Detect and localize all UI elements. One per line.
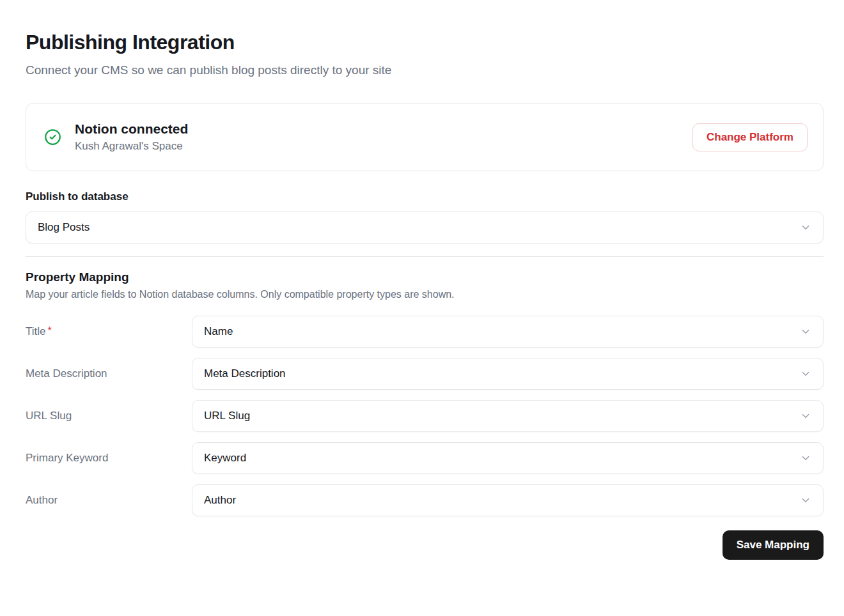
mapping-row: Meta Description* Meta Description xyxy=(26,358,824,390)
field-label: Title xyxy=(26,325,46,337)
database-select[interactable]: Blog Posts xyxy=(26,212,824,243)
property-mapping-heading: Property Mapping xyxy=(26,270,824,284)
mapped-property-value: URL Slug xyxy=(204,410,250,422)
property-select[interactable]: Name xyxy=(192,316,824,348)
chevron-down-icon xyxy=(800,222,811,233)
section-divider xyxy=(26,256,824,257)
change-platform-button[interactable]: Change Platform xyxy=(692,123,808,151)
save-row: Save Mapping xyxy=(26,530,824,560)
chevron-down-icon xyxy=(800,410,811,422)
chevron-down-icon xyxy=(800,495,811,506)
mapped-property-value: Meta Description xyxy=(204,367,286,380)
connection-status-card: Notion connected Kush Agrawal's Space Ch… xyxy=(26,103,824,171)
chevron-down-icon xyxy=(800,326,811,337)
field-label: Meta Description xyxy=(26,367,107,380)
property-select[interactable]: Meta Description xyxy=(192,358,824,390)
page-subtitle: Connect your CMS so we can publish blog … xyxy=(26,63,824,77)
database-select-value: Blog Posts xyxy=(38,221,90,234)
field-label-wrap: URL Slug* xyxy=(26,410,192,422)
connection-workspace: Kush Agrawal's Space xyxy=(75,140,188,153)
connection-text: Notion connected Kush Agrawal's Space xyxy=(75,121,188,153)
mapped-property-value: Author xyxy=(204,494,236,507)
property-select[interactable]: Author xyxy=(192,484,824,516)
check-circle-icon xyxy=(44,128,61,146)
field-label: Primary Keyword xyxy=(26,452,108,464)
property-mapping-description: Map your article fields to Notion databa… xyxy=(26,289,824,300)
page-title: Publishing Integration xyxy=(26,31,824,54)
connection-status: Notion connected Kush Agrawal's Space xyxy=(42,121,188,153)
mapping-row: Title* Name xyxy=(26,316,824,348)
field-label: URL Slug xyxy=(26,410,72,422)
property-select[interactable]: Keyword xyxy=(192,442,824,474)
field-label-wrap: Meta Description* xyxy=(26,367,192,380)
save-mapping-button[interactable]: Save Mapping xyxy=(723,530,824,560)
field-label: Author xyxy=(26,494,58,506)
publish-database-label: Publish to database xyxy=(26,190,824,203)
publishing-integration-page: Publishing Integration Connect your CMS … xyxy=(0,0,844,585)
mapping-row: Primary Keyword* Keyword xyxy=(26,442,824,474)
property-select[interactable]: URL Slug xyxy=(192,400,824,432)
required-asterisk: * xyxy=(48,325,52,336)
mapping-row: URL Slug* URL Slug xyxy=(26,400,824,432)
field-label-wrap: Author* xyxy=(26,494,192,507)
connection-title: Notion connected xyxy=(75,121,188,137)
mapped-property-value: Name xyxy=(204,325,233,338)
chevron-down-icon xyxy=(800,452,811,464)
field-label-wrap: Title* xyxy=(26,325,192,338)
mapping-row: Author* Author xyxy=(26,484,824,516)
chevron-down-icon xyxy=(800,368,811,380)
field-label-wrap: Primary Keyword* xyxy=(26,452,192,465)
mapped-property-value: Keyword xyxy=(204,452,246,465)
mapping-rows: Title* Name Meta Description* Meta Descr… xyxy=(26,316,824,516)
